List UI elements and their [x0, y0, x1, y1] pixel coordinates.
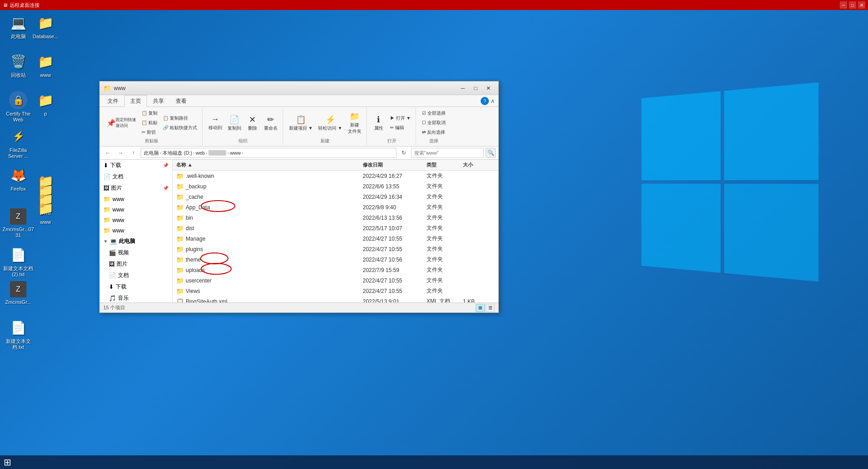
back-btn[interactable]: ← [102, 148, 113, 158]
pics-sidebar-icon: 🖼 [103, 185, 109, 192]
list-view-btn[interactable]: ☰ [486, 304, 495, 312]
search-btn[interactable]: 🔍 [486, 148, 496, 158]
desktop-icon-p[interactable]: 📁 p [30, 91, 61, 117]
file-row-cache[interactable]: 📁 _cache 2022/4/29 16:34 文件夹 [173, 192, 498, 202]
folder-icon-plugins: 📁 [176, 246, 184, 253]
new-folder-btn[interactable]: 📁 新建文件夹 [345, 110, 364, 136]
file-row-bin[interactable]: 📁 bin 2022/6/13 13:56 文件夹 [173, 212, 498, 223]
folder-icon-backup: 📁 [176, 183, 184, 190]
paste-btn[interactable]: 📋 粘贴 [139, 118, 160, 127]
sidebar-item-www4[interactable]: 📁 www [100, 225, 172, 236]
images-icon: 🖼 [109, 261, 115, 267]
ribbon-tab-file[interactable]: 文件 [102, 95, 124, 107]
search-input[interactable] [411, 148, 484, 158]
rdp-titlebar: 🖥 远程桌面连接 ─ □ ✕ [0, 0, 868, 10]
rdp-maximize-btn[interactable]: □ [849, 1, 856, 9]
properties-btn[interactable]: ℹ 属性 [371, 113, 387, 133]
desktop-icon-newfile1[interactable]: 📄 新建文本文档(2).txt [2, 246, 34, 277]
up-btn[interactable]: ↑ [128, 148, 139, 158]
desktop-icon-filezilla[interactable]: ⚡ FileZillaServer ... [2, 127, 34, 159]
paste-shortcut-btn[interactable]: 🔗 粘贴快捷方式 [161, 123, 199, 132]
folder-icon-manage: 📁 [176, 235, 184, 242]
file-row-app-data[interactable]: 📁 App_Data 2022/9/8 9:40 文件夹 [173, 202, 498, 212]
col-name[interactable]: 名称 ▲ [176, 161, 363, 168]
sidebar-item-videos[interactable]: 🎬 视频 [100, 247, 172, 258]
sidebar-item-documents[interactable]: 📄 文档 [100, 270, 172, 281]
desktop-icon-www5[interactable]: 📁 www [30, 199, 61, 225]
sidebar-item-images[interactable]: 🖼 图片 [100, 258, 172, 270]
file-row-manage[interactable]: 📁 Manage 2022/4/27 10:55 文件夹 [173, 233, 498, 244]
file-row-backup[interactable]: 📁 _backup 2022/6/6 13:55 文件夹 [173, 181, 498, 192]
rdp-close-btn[interactable]: ✕ [858, 1, 865, 9]
file-name-uploads: 📁 uploads [176, 267, 363, 274]
sidebar-item-music[interactable]: 🎵 音乐 [100, 292, 172, 303]
forward-btn[interactable]: → [115, 148, 126, 158]
ribbon-collapse-icon[interactable]: ∧ [491, 98, 495, 104]
file-row-plugins[interactable]: 📁 plugins 2022/4/27 10:55 文件夹 [173, 244, 498, 254]
invert-select-btn[interactable]: ⇄ 反向选择 [420, 128, 448, 137]
file-row-theme[interactable]: 📁 theme 2022/4/27 10:56 文件夹 [173, 254, 498, 265]
refresh-btn[interactable]: ↻ [398, 148, 409, 158]
ribbon-help-icon[interactable]: ? [481, 97, 489, 105]
grid-view-btn[interactable]: ⊞ [476, 304, 485, 312]
sidebar-item-dl[interactable]: ⬇ 下载 [100, 281, 172, 292]
ribbon-tab-home[interactable]: 主页 [124, 95, 147, 107]
file-name-views: 📁 Views [176, 287, 363, 295]
desktop-icon-newfile2[interactable]: 📄 新建文本文档.txt [2, 318, 34, 350]
easy-access-btn[interactable]: ⚡ 轻松访问 ▼ [316, 113, 345, 133]
file-name-plugins: 📁 plugins [176, 246, 363, 253]
sidebar-item-pics[interactable]: 🖼 图片 📌 [100, 182, 172, 194]
ribbon-tab-view[interactable]: 查看 [170, 95, 193, 107]
rename-btn[interactable]: ✏ 重命名 [262, 113, 280, 133]
sidebar-item-docs[interactable]: 📄 文档 [100, 171, 172, 182]
videos-label: 视频 [118, 249, 129, 257]
ribbon-tab-share[interactable]: 共享 [147, 95, 170, 107]
pin-quick-access-btn[interactable]: 📌 固定到快速速访问 [104, 116, 138, 130]
file-row-usercenter[interactable]: 📁 usercenter 2022/4/27 10:55 文件夹 [173, 275, 498, 286]
file-row-dist[interactable]: 📁 dist 2022/5/17 10:07 文件夹 [173, 223, 498, 233]
col-date[interactable]: 修改日期 [363, 161, 426, 168]
windows-logo [631, 91, 813, 273]
window-close-btn[interactable]: ✕ [482, 82, 495, 95]
copy-btn[interactable]: 📋 复制 [139, 109, 160, 118]
select-buttons: ☑ 全部选择 ☐ 全部取消 ⇄ 反向选择 [420, 109, 448, 137]
address-path[interactable]: 此电脑 › 本地磁盘 (D:) › web › ●●●●●● › www › [141, 148, 396, 158]
sidebar-item-www1[interactable]: 📁 www [100, 194, 172, 204]
move-to-btn[interactable]: → 移动到 [206, 113, 224, 132]
desktop-icon-database[interactable]: 📁 Database... [30, 14, 61, 40]
delete-btn[interactable]: ✕ 删除 [244, 113, 261, 133]
file-row-views[interactable]: 📁 Views 2022/4/27 10:55 文件夹 [173, 286, 498, 296]
new-item-btn[interactable]: 📋 新建项目 ▼ [287, 113, 315, 133]
window-minimize-btn[interactable]: ─ [457, 82, 469, 95]
desktop-icon-zmcms1[interactable]: Z ZmcmsGr...0731 [2, 208, 34, 238]
open-btn[interactable]: ▶ 打开 ▼ [388, 114, 413, 123]
address-bar: ← → ↑ 此电脑 › 本地磁盘 (D:) › web › ●●●●●● › w… [100, 146, 498, 160]
select-all-btn[interactable]: ☑ 全部选择 [420, 109, 448, 118]
file-list-header: 名称 ▲ 修改日期 类型 大小 [173, 160, 498, 171]
copy-path-btn[interactable]: 📋 复制路径 [161, 114, 199, 123]
file-row-uploads[interactable]: 📁 uploads 2022/7/9 15:59 文件夹 [173, 265, 498, 275]
window-titlebar: 📁 www ─ □ ✕ [100, 81, 498, 95]
col-size[interactable]: 大小 [463, 161, 495, 168]
recycle-icon: 🗑️ [9, 52, 27, 71]
select-none-btn[interactable]: ☐ 全部取消 [420, 118, 448, 127]
desktop-icon-www[interactable]: 📁 www [30, 52, 61, 78]
copy-to-btn[interactable]: 📄 复制到 [225, 113, 244, 133]
svg-point-1 [201, 253, 228, 264]
sidebar-item-www2[interactable]: 📁 www [100, 204, 172, 215]
window-maximize-btn[interactable]: □ [469, 82, 482, 95]
file-name-app-data: 📁 App_Data [176, 204, 363, 211]
desktop-icon-zmcms2[interactable]: Z ZmcmsGr... [2, 281, 34, 305]
file-row-well-known[interactable]: 📁 .well-known 2022/4/29 16:27 文件夹 [173, 171, 498, 181]
sidebar-thispc-header[interactable]: ▼ 💻 此电脑 [100, 236, 172, 247]
col-type[interactable]: 类型 [426, 161, 463, 168]
rdp-minimize-btn[interactable]: ─ [840, 1, 847, 9]
start-btn[interactable]: ⊞ [0, 457, 15, 468]
edit-btn[interactable]: ✏ 编辑 [388, 123, 413, 132]
newfile1-icon: 📄 [9, 246, 27, 264]
cut-btn[interactable]: ✂ 剪切 [139, 128, 160, 137]
sidebar-item-downloads[interactable]: ⬇ 下载 📌 [100, 160, 172, 171]
sidebar-item-www3[interactable]: 📁 www [100, 215, 172, 225]
file-row-bingsiteauth[interactable]: 📋 BingSiteAuth.xml 2022/5/13 9:01 XML 文档… [173, 296, 498, 303]
new-folder-icon: 📁 [350, 111, 360, 121]
